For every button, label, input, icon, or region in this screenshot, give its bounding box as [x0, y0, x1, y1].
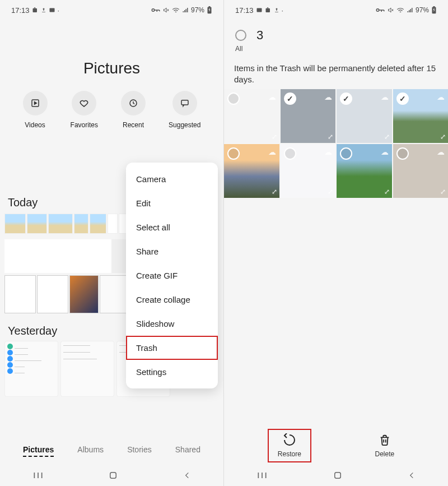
clock-icon: [128, 98, 138, 108]
mute-icon: [163, 7, 170, 13]
menu-item-create-collage[interactable]: Create collage: [126, 288, 218, 312]
trash-tile[interactable]: ☁ ⤢: [224, 89, 279, 143]
battery-pct: 97%: [416, 6, 429, 14]
restore-button[interactable]: Restore: [268, 429, 311, 462]
trash-icon: [379, 433, 391, 447]
expand-icon: ⤢: [440, 188, 446, 196]
vpn-icon: [151, 7, 161, 13]
menu-item-trash[interactable]: Trash: [126, 336, 218, 360]
menu-item-select-all[interactable]: Select all: [126, 215, 218, 239]
context-menu: Camera Edit Select all Share Create GIF …: [126, 163, 218, 388]
cloud-icon: ☁: [437, 147, 445, 156]
thumbnail[interactable]: [37, 275, 68, 313]
tile-checkbox[interactable]: [227, 147, 240, 160]
trash-grid: ☁ ⤢ ☁ ⤢ ☁ ⤢ ☁ ⤢ ☁ ⤢ ☁ ⤢ ☁: [224, 89, 448, 198]
tile-checkbox[interactable]: [396, 92, 409, 105]
tab-shared[interactable]: Shared: [175, 445, 200, 457]
menu-item-share[interactable]: Share: [126, 239, 218, 263]
cloud-icon: ☁: [268, 147, 276, 156]
battery-icon: [431, 6, 437, 14]
cloud-icon: ☁: [268, 92, 276, 101]
thumbnail[interactable]: [4, 214, 26, 234]
thumbnail[interactable]: [74, 214, 88, 234]
category-favorites[interactable]: Favorites: [71, 91, 98, 129]
category-suggested[interactable]: Suggested: [169, 91, 200, 129]
menu-item-edit[interactable]: Edit: [126, 191, 218, 215]
battery-icon: [207, 6, 212, 14]
menu-item-camera[interactable]: Camera: [126, 167, 218, 191]
message-icon: [180, 98, 190, 108]
select-all-label: All: [224, 45, 448, 53]
category-videos[interactable]: Videos: [23, 91, 48, 129]
recents-icon[interactable]: [256, 471, 268, 480]
dot-icon: ·: [58, 6, 60, 15]
recents-icon[interactable]: [32, 471, 44, 480]
signal-icon: [182, 7, 189, 13]
trash-tile[interactable]: ☁ ⤢: [393, 89, 449, 143]
wifi-icon: [396, 7, 404, 13]
svg-rect-3: [209, 6, 211, 7]
svg-point-12: [376, 9, 379, 12]
category-label: Favorites: [71, 121, 98, 129]
tab-stories[interactable]: Stories: [127, 445, 152, 457]
tile-checkbox[interactable]: [227, 92, 240, 105]
thumbnail[interactable]: [100, 275, 129, 313]
thumbnail[interactable]: [27, 214, 47, 234]
tile-checkbox[interactable]: [284, 92, 296, 105]
menu-item-create-gif[interactable]: Create GIF: [126, 263, 218, 288]
back-icon[interactable]: [183, 470, 191, 480]
trash-tile[interactable]: ☁ ⤢: [393, 144, 449, 198]
mute-icon: [388, 7, 394, 13]
trash-tile[interactable]: ☁ ⤢: [224, 144, 279, 198]
upload-icon: [41, 7, 46, 13]
bag-icon: [265, 7, 272, 13]
thumbnail[interactable]: [90, 214, 106, 234]
heart-icon: [79, 98, 89, 108]
svg-rect-10: [110, 473, 116, 479]
menu-item-settings[interactable]: Settings: [126, 360, 218, 384]
tab-pictures[interactable]: Pictures: [23, 445, 54, 457]
expand-icon: ⤢: [384, 133, 390, 141]
thumbnail[interactable]: [48, 214, 73, 234]
trash-header: 3: [224, 20, 448, 44]
svg-rect-14: [433, 6, 435, 7]
selection-count: 3: [256, 28, 263, 43]
home-icon[interactable]: [333, 470, 343, 480]
cloud-icon: ☁: [381, 92, 389, 101]
trash-tile[interactable]: ☁ ⤢: [281, 144, 336, 198]
svg-rect-18: [335, 473, 341, 479]
tile-checkbox[interactable]: [340, 147, 352, 160]
category-label: Videos: [25, 121, 45, 129]
image-icon: [49, 7, 55, 13]
trash-tile[interactable]: ☁ ⤢: [337, 89, 392, 143]
thumbnail[interactable]: [69, 275, 99, 313]
tab-albums[interactable]: Albums: [77, 445, 104, 457]
status-time: 17:13: [235, 6, 254, 15]
svg-point-1: [152, 9, 155, 12]
vpn-icon: [375, 7, 385, 13]
play-icon: [30, 98, 40, 108]
upload-icon: [274, 7, 279, 13]
tile-checkbox[interactable]: [284, 147, 296, 160]
nav-bar: [224, 465, 448, 486]
home-icon[interactable]: [108, 470, 118, 480]
back-icon[interactable]: [408, 470, 416, 480]
delete-button[interactable]: Delete: [365, 429, 404, 462]
trash-note: Items in the Trash will be permanently d…: [224, 53, 448, 89]
restore-icon: [283, 433, 296, 447]
delete-label: Delete: [375, 450, 394, 458]
tile-checkbox[interactable]: [340, 92, 352, 105]
thumbnail[interactable]: ———————— ———————— ——————————: [60, 341, 114, 397]
bottom-actions: Restore Delete: [224, 429, 448, 462]
select-all-checkbox[interactable]: [235, 30, 246, 41]
thumbnail[interactable]: [108, 214, 118, 234]
trash-tile[interactable]: ☁ ⤢: [337, 144, 392, 198]
category-recent[interactable]: Recent: [121, 91, 146, 129]
menu-item-slideshow[interactable]: Slideshow: [126, 312, 218, 336]
thumbnail[interactable]: [4, 275, 36, 313]
page-title: Pictures: [0, 59, 223, 77]
tile-checkbox[interactable]: [396, 147, 409, 160]
thumbnail[interactable]: [4, 239, 111, 273]
thumbnail[interactable]: ———— ———— ———————— ——— ———: [4, 341, 58, 397]
trash-tile[interactable]: ☁ ⤢: [281, 89, 336, 143]
